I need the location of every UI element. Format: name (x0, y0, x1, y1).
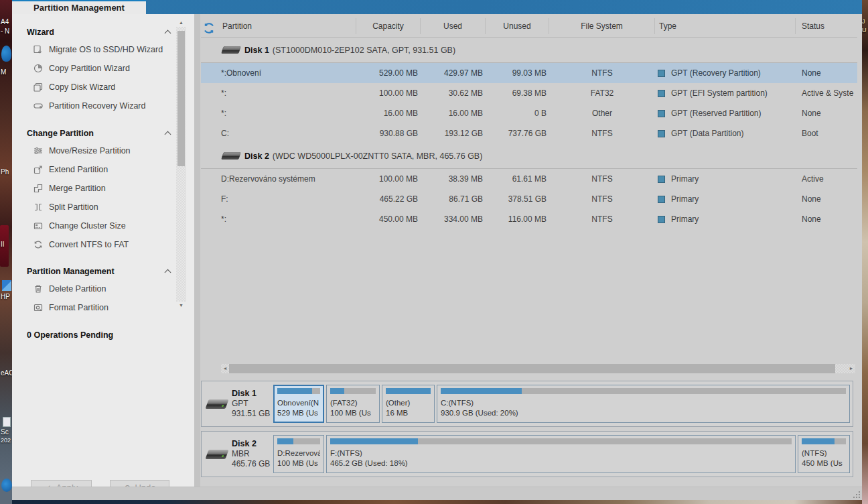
horizontal-scrollbar-thumb[interactable] (229, 364, 835, 373)
scroll-up-icon[interactable]: ▲ (176, 19, 186, 27)
disk-2-map: Disk 2 MBR 465.76 GB D:Rezervová 100 MB … (201, 431, 853, 477)
migrate-os-icon (32, 44, 44, 56)
disk-map-block-recovery[interactable]: Obnovení(N 529 MB (Us (273, 385, 324, 423)
disk-map-block-d[interactable]: D:Rezervová 100 MB (Us (273, 435, 324, 473)
column-header-partition[interactable]: Partition (201, 18, 356, 34)
hard-disk-icon (221, 46, 241, 54)
main-panel: Partition Capacity Used Unused File Syst… (200, 14, 862, 487)
desktop-label: J (862, 18, 865, 25)
horizontal-scrollbar[interactable]: ◄ ► (221, 364, 855, 373)
section-header-partition-management[interactable]: Partition Management (12, 263, 175, 279)
usage-bar (277, 388, 320, 394)
disk-1-info: Disk 1 GPT 931.51 GB (204, 385, 271, 423)
desktop-label: II (1, 241, 5, 248)
copy-partition-icon (32, 63, 44, 74)
sidebar-item-format-partition[interactable]: Format Partition (12, 298, 175, 317)
sidebar-item-cluster-size[interactable]: Change Cluster Size (12, 216, 175, 235)
merge-icon (32, 183, 44, 194)
scroll-right-icon[interactable]: ► (847, 364, 855, 373)
status-bar (12, 487, 862, 500)
column-header-type[interactable]: Type (655, 18, 796, 34)
column-header-capacity[interactable]: Capacity (356, 18, 421, 34)
sidebar-item-convert-ntfs-fat[interactable]: Convert NTFS to FAT (12, 235, 175, 254)
sidebar-item-copy-disk[interactable]: Copy Disk Wizard (12, 78, 175, 97)
collapse-chevron-icon[interactable] (165, 30, 171, 37)
desktop-label: A4 (1, 18, 9, 25)
column-header-status[interactable]: Status (796, 18, 857, 34)
disk-map-block-f[interactable]: F:(NTFS) 465.2 GB (Used: 18%) (326, 435, 796, 473)
disk-1-header-row[interactable]: Disk 1 (ST1000DM010-2EP102 SATA, GPT, 93… (201, 38, 857, 63)
table-row[interactable]: C: 930.88 GB 193.12 GB 737.76 GB NTFS GP… (201, 123, 857, 143)
tab-label: Partition Management (33, 3, 125, 13)
scroll-left-icon[interactable]: ◄ (221, 364, 229, 373)
disk-2-header-row[interactable]: Disk 2 (WDC WD5000LPLX-00ZNTT0 SATA, MBR… (201, 143, 857, 169)
desktop-bottom-strip (12, 500, 862, 504)
disk-1-map: Disk 1 GPT 931.51 GB Obnovení(N 529 MB (… (201, 381, 853, 427)
partition-type-icon (658, 110, 665, 117)
desktop-label: Ph (1, 168, 9, 176)
desktop-icon[interactable] (1, 46, 11, 62)
table-row[interactable]: F: 465.22 GB 86.71 GB 378.51 GB NTFS Pri… (201, 189, 857, 209)
table-row[interactable]: *: 16.00 MB 16.00 MB 0 B Other GPT (Rese… (201, 103, 857, 123)
hard-disk-icon (221, 152, 241, 160)
sidebar-item-migrate-os[interactable]: Migrate OS to SSD/HD Wizard (12, 40, 175, 59)
sidebar-item-split[interactable]: Split Partition (12, 198, 175, 216)
sidebar-scrollbar-thumb[interactable] (177, 31, 185, 166)
table-row[interactable]: *: 100.00 MB 30.62 MB 69.38 MB FAT32 GPT… (201, 83, 857, 103)
table-row[interactable]: *: 450.00 MB 334.00 MB 116.00 MB NTFS Pr… (201, 209, 857, 229)
cluster-size-icon (32, 220, 44, 232)
partition-type-icon (658, 196, 665, 203)
usage-bar (277, 438, 320, 444)
sidebar-item-copy-partition[interactable]: Copy Partition Wizard (12, 59, 175, 78)
table-row[interactable]: *:Obnovení 529.00 MB 429.97 MB 99.03 MB … (201, 63, 857, 83)
operations-pending-label: 0 Operations Pending (27, 330, 113, 340)
column-header-unused[interactable]: Unused (486, 18, 549, 34)
partition-type-icon (658, 130, 665, 137)
hard-disk-icon (205, 399, 228, 409)
partition-type-icon (658, 90, 665, 97)
disk-map-block-efi[interactable]: (FAT32) 100 MB (Us (326, 385, 380, 423)
format-icon (32, 302, 44, 314)
sidebar-scrollbar-track[interactable] (176, 27, 186, 302)
resize-grip-icon[interactable] (859, 497, 860, 498)
disk-map-block-c[interactable]: C:(NTFS) 930.9 GB (Used: 20%) (437, 385, 850, 423)
delete-icon (32, 284, 44, 295)
tab-partition-management[interactable]: Partition Management (12, 0, 146, 14)
disk-map-block-reserved[interactable]: (Other) 16 MB (382, 385, 435, 423)
convert-icon (32, 239, 44, 251)
column-header-used[interactable]: Used (421, 18, 486, 34)
section-header-wizard[interactable]: Wizard (12, 24, 175, 40)
sidebar-item-delete-partition[interactable]: Delete Partition (12, 279, 175, 298)
sidebar-section-change-partition: Change Partition Move/Resize Partition E… (12, 125, 175, 254)
usage-bar (441, 388, 846, 394)
sidebar-item-move-resize[interactable]: Move/Resize Partition (12, 141, 175, 160)
sidebar-divider (194, 14, 200, 487)
sidebar-scrollbar[interactable]: ▲ ▼ (176, 19, 186, 310)
disk-map-block-ntfs[interactable]: (NTFS) 450 MB (Us (798, 435, 850, 473)
sidebar-item-merge[interactable]: Merge Partition (12, 179, 175, 198)
usage-bar (386, 388, 431, 394)
desktop-icon[interactable] (3, 417, 11, 427)
partition-recovery-icon (32, 101, 44, 112)
sidebar: Wizard Migrate OS to SSD/HD Wizard Copy … (12, 14, 194, 487)
desktop-icon[interactable] (2, 280, 11, 291)
move-resize-icon (32, 145, 44, 157)
scroll-down-icon[interactable]: ▼ (176, 302, 186, 310)
copy-disk-icon (32, 82, 44, 93)
sidebar-item-extend[interactable]: Extend Partition (12, 160, 175, 179)
desktop-label: U (862, 27, 867, 34)
section-header-change-partition[interactable]: Change Partition (12, 125, 175, 141)
collapse-chevron-icon[interactable] (165, 269, 171, 276)
collapse-chevron-icon[interactable] (165, 131, 171, 138)
desktop-label: 202 (1, 437, 11, 444)
table-row[interactable]: D:Rezervováno systémem 100.00 MB 38.39 M… (201, 169, 857, 189)
extend-icon (32, 164, 44, 176)
desktop-label: - N (1, 27, 9, 35)
usage-bar (330, 388, 376, 394)
desktop-label: M (1, 68, 6, 76)
desktop-icon[interactable] (1, 479, 12, 492)
column-header-filesystem[interactable]: File System (549, 18, 655, 34)
usage-bar (802, 438, 846, 444)
sidebar-item-partition-recovery[interactable]: Partition Recovery Wizard (12, 97, 175, 115)
desktop-label: HP (1, 293, 10, 300)
